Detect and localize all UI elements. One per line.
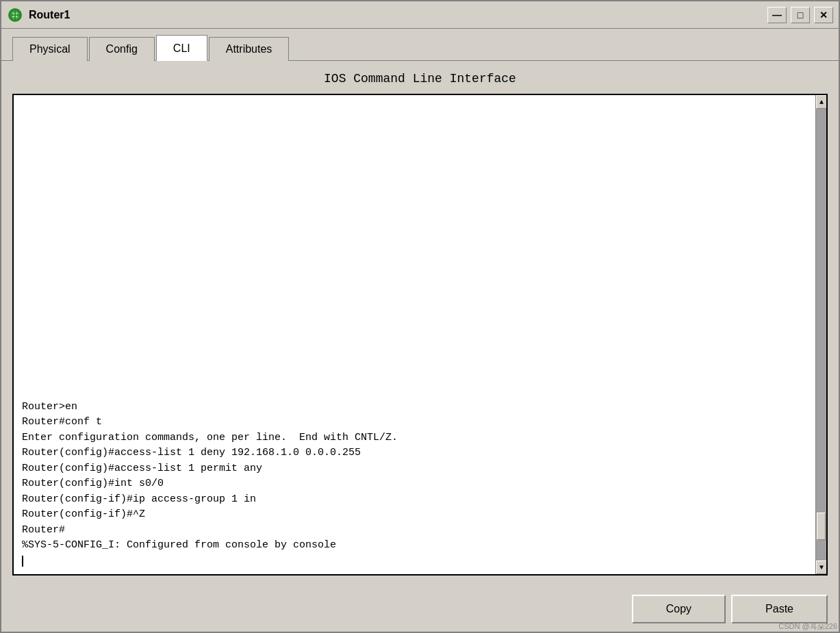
maximize-button[interactable]: □ xyxy=(791,7,810,23)
tab-content-cli: IOS Command Line Interface Router>en Rou… xyxy=(1,60,839,586)
cli-scrollbar[interactable]: ▲ ▼ xyxy=(815,95,826,574)
paste-button[interactable]: Paste xyxy=(731,595,828,623)
cli-scroll-area: Router>en Router#conf t Enter configurat… xyxy=(14,95,826,574)
scrollbar-track[interactable] xyxy=(816,109,826,560)
scrollbar-thumb[interactable] xyxy=(817,513,826,540)
scroll-down-button[interactable]: ▼ xyxy=(816,560,826,574)
tab-physical[interactable]: Physical xyxy=(12,37,88,61)
section-title: IOS Command Line Interface xyxy=(12,72,828,86)
tab-attributes[interactable]: Attributes xyxy=(209,37,290,61)
tab-bar: Physical Config CLI Attributes xyxy=(1,29,839,60)
cli-output: Router>en Router#conf t Enter configurat… xyxy=(14,394,815,575)
svg-rect-4 xyxy=(14,11,16,19)
title-bar: Router1 — □ ✕ xyxy=(1,1,839,29)
bottom-bar: Copy Paste xyxy=(1,586,839,632)
tab-cli[interactable]: CLI xyxy=(156,35,207,61)
cli-terminal[interactable]: Router>en Router#conf t Enter configurat… xyxy=(12,94,828,576)
app-icon xyxy=(7,7,23,23)
window-controls: — □ ✕ xyxy=(767,7,833,23)
tab-config[interactable]: Config xyxy=(89,37,155,61)
scroll-up-button[interactable]: ▲ xyxy=(816,95,826,109)
copy-button[interactable]: Copy xyxy=(632,595,726,623)
cli-cursor xyxy=(22,556,23,567)
close-button[interactable]: ✕ xyxy=(814,7,833,23)
minimize-button[interactable]: — xyxy=(767,7,787,23)
window-title: Router1 xyxy=(29,9,767,21)
watermark: CSDN @耳朵226 xyxy=(778,621,837,632)
main-window: Router1 — □ ✕ Physical Config CLI Attrib… xyxy=(0,0,840,633)
